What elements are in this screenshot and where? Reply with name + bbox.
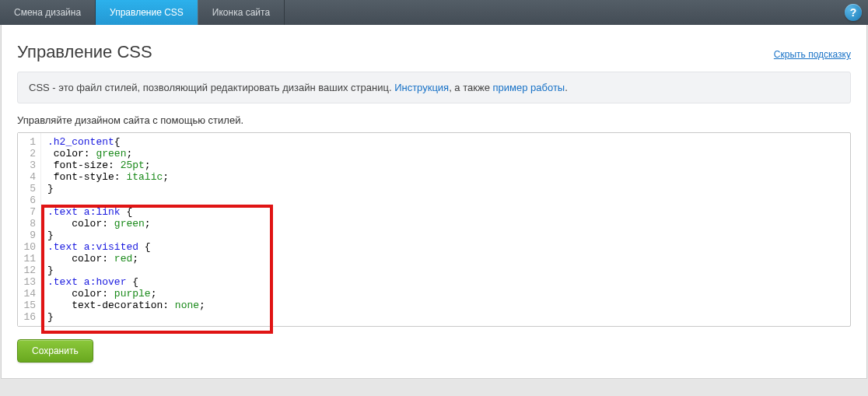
code-line: color: purple; (47, 288, 844, 300)
code-line: } (47, 265, 844, 276)
info-box: CSS - это файл стилей, позволяющий редак… (17, 72, 851, 103)
save-button[interactable]: Сохранить (17, 339, 93, 363)
code-line: } (47, 183, 844, 194)
info-suffix: . (565, 82, 568, 93)
code-line: .text a:hover { (47, 276, 844, 288)
code-area[interactable]: .h2_content{ color: green; font-size: 25… (41, 133, 850, 326)
line-gutter: 12345678910111213141516 (18, 133, 41, 326)
code-line: .text a:visited { (47, 241, 844, 253)
code-line: } (47, 311, 844, 323)
code-line: .h2_content{ (47, 136, 844, 148)
tab-1[interactable]: Управление CSS (96, 0, 198, 25)
panel-head: Управление CSS Скрыть подсказку (2, 25, 866, 72)
tabbar: Смена дизайнаУправление CSSИконка сайта … (0, 0, 868, 25)
code-line: font-style: italic; (47, 171, 844, 183)
editor-caption: Управляйте дизайном сайта с помощью стил… (17, 114, 851, 126)
code-line: text-decoration: none; (47, 300, 844, 311)
code-line: color: green; (47, 148, 844, 159)
main-panel: Управление CSS Скрыть подсказку CSS - эт… (1, 25, 867, 379)
code-line: } (47, 230, 844, 241)
hide-hint-link[interactable]: Скрыть подсказку (774, 49, 851, 60)
tab-0[interactable]: Смена дизайна (0, 0, 96, 25)
info-prefix: CSS - это файл стилей, позволяющий редак… (29, 82, 394, 93)
code-line: color: green; (47, 218, 844, 230)
example-link[interactable]: пример работы (492, 82, 565, 93)
tab-2[interactable]: Иконка сайта (198, 0, 285, 25)
code-line (47, 194, 844, 206)
page-title: Управление CSS (17, 42, 152, 62)
code-line: font-size: 25pt; (47, 159, 844, 171)
css-editor[interactable]: 12345678910111213141516 .h2_content{ col… (17, 132, 851, 327)
code-line: color: red; (47, 253, 844, 265)
instruction-link[interactable]: Инструкция (394, 82, 449, 93)
info-mid: , а также (449, 82, 492, 93)
code-line: .text a:link { (47, 206, 844, 218)
help-icon[interactable]: ? (845, 4, 862, 21)
page-root: Смена дизайнаУправление CSSИконка сайта … (0, 0, 868, 379)
